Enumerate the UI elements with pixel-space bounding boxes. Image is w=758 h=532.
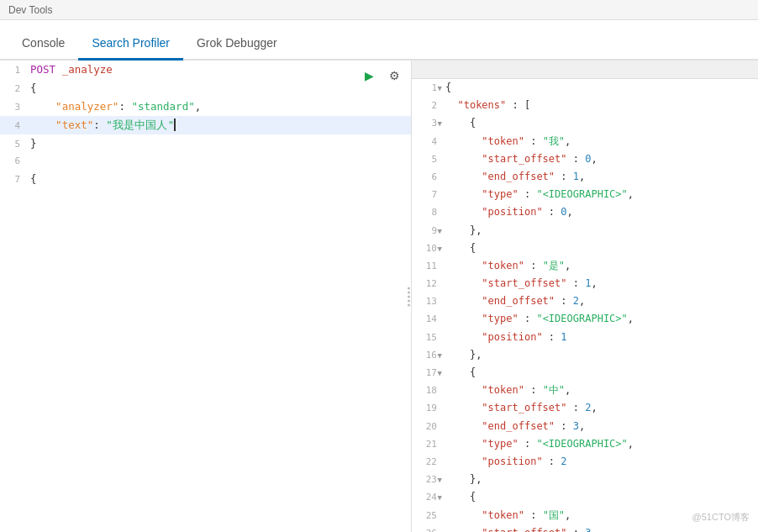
output-line: 15 "position" : 1: [412, 329, 758, 346]
output-line-content: "start_offset" : 3,: [442, 524, 758, 532]
line-content: POST _analyze: [27, 61, 411, 79]
output-line-content: "end_offset" : 1,: [442, 168, 758, 186]
output-line: 23▼ },: [412, 471, 758, 488]
output-line: 3▼ {: [412, 114, 758, 132]
output-line-content: },: [442, 346, 758, 364]
line-number: 5: [0, 136, 27, 152]
output-line: 17▼ {: [412, 364, 758, 382]
editor-line[interactable]: 7{: [0, 170, 411, 188]
tab-search-profiler[interactable]: Search Profiler: [78, 28, 183, 61]
output-line: 9▼ },: [412, 222, 758, 240]
fold-arrow[interactable]: ▼: [438, 492, 442, 503]
output-line-number: 20: [412, 419, 442, 435]
line-number: 4: [0, 118, 27, 134]
editor-line[interactable]: 1POST _analyze: [0, 61, 411, 79]
output-line: 7 "type" : "<IDEOGRAPHIC>",: [412, 186, 758, 203]
tab-grok-debugger[interactable]: Grok Debugger: [183, 28, 291, 61]
drag-dot: [408, 287, 410, 289]
line-number: 1: [0, 62, 27, 78]
output-line: 12 "start_offset" : 1,: [412, 275, 758, 292]
output-line-number: 10▼: [412, 241, 442, 256]
line-content: {: [27, 170, 411, 188]
output-line: 4 "token" : "我",: [412, 133, 758, 150]
output-line-number: 15: [412, 330, 442, 345]
output-line: 11 "token" : "是",: [412, 257, 758, 275]
output-line-number: 1▼: [412, 81, 442, 96]
output-line-number: 26: [412, 526, 442, 532]
output-line-content: "start_offset" : 2,: [442, 399, 758, 417]
line-number: 3: [0, 99, 27, 115]
output-line-number: 16▼: [412, 348, 442, 363]
output-line: 8 "position" : 0,: [412, 203, 758, 221]
drag-dot: [408, 295, 410, 298]
output-line-content: "token" : "是",: [442, 257, 758, 275]
fold-arrow[interactable]: ▼: [438, 118, 442, 129]
line-content: [27, 162, 411, 164]
output-line-number: 11: [412, 259, 442, 274]
drag-dot: [408, 303, 410, 306]
output-line-number: 24▼: [412, 490, 442, 505]
output-line: 1▼{: [412, 79, 758, 97]
output-line-number: 14: [412, 312, 442, 327]
editor-line[interactable]: 2{: [0, 79, 411, 97]
output-line-content: {: [442, 240, 758, 257]
editor-line[interactable]: 4 "text": "我是中国人": [0, 116, 411, 134]
output-line-content: "tokens" : [: [442, 97, 758, 114]
output-line-number: 23▼: [412, 472, 442, 487]
drag-handle[interactable]: [406, 287, 411, 306]
fold-arrow[interactable]: ▼: [438, 367, 442, 379]
line-number: 6: [0, 153, 27, 169]
output-line: 2 "tokens" : [: [412, 97, 758, 114]
line-number: 2: [0, 81, 27, 97]
output-line-content: "type" : "<IDEOGRAPHIC>",: [442, 435, 758, 453]
line-content: "analyzer": "standard",: [27, 97, 411, 116]
output-line-number: 22: [412, 455, 442, 470]
line-content: {: [27, 79, 411, 97]
fold-arrow[interactable]: ▼: [438, 82, 442, 94]
output-line: 16▼ },: [412, 346, 758, 364]
output-code: 1▼{2 "tokens" : [3▼ {4 "token" : "我",5 "…: [412, 79, 758, 532]
output-line: 26 "start_offset" : 3,: [412, 524, 758, 532]
settings-button[interactable]: ⚙: [384, 66, 404, 86]
fold-arrow[interactable]: ▼: [438, 225, 442, 237]
line-number: 7: [0, 171, 27, 187]
editor-line[interactable]: 5}: [0, 134, 411, 153]
editor-line[interactable]: 6: [0, 153, 411, 170]
output-line-content: "position" : 0,: [442, 203, 758, 221]
drag-dot: [408, 299, 410, 302]
tab-console[interactable]: Console: [8, 28, 78, 61]
output-line: 19 "start_offset" : 2,: [412, 399, 758, 417]
output-line-number: 4: [412, 134, 442, 150]
output-line: 20 "end_offset" : 3,: [412, 418, 758, 435]
output-line-content: "position" : 2: [442, 453, 758, 471]
output-line-number: 7: [412, 187, 442, 203]
output-line-content: "end_offset" : 2,: [442, 292, 758, 310]
editor-line[interactable]: 3 "analyzer": "standard",: [0, 97, 411, 116]
fold-arrow[interactable]: ▼: [438, 243, 442, 255]
main-content: ▶ ⚙ 1POST _analyze2{3 "analyzer": "stand…: [0, 61, 758, 532]
watermark: @51CTO博客: [692, 511, 750, 524]
output-line-content: },: [442, 222, 758, 240]
output-line-number: 5: [412, 152, 442, 167]
left-panel: ▶ ⚙ 1POST _analyze2{3 "analyzer": "stand…: [0, 61, 412, 532]
output-line-number: 21: [412, 437, 442, 452]
fold-arrow[interactable]: ▼: [438, 350, 442, 361]
output-line-content: },: [442, 471, 758, 488]
run-button[interactable]: ▶: [359, 66, 379, 86]
output-line-number: 8: [412, 205, 442, 220]
output-line: 22 "position" : 2: [412, 453, 758, 471]
tab-bar: Console Search Profiler Grok Debugger: [0, 20, 758, 61]
code-editor[interactable]: 1POST _analyze2{3 "analyzer": "standard"…: [0, 61, 411, 532]
line-content: }: [27, 134, 411, 153]
output-line-content: {: [442, 488, 758, 506]
fold-arrow[interactable]: ▼: [438, 474, 442, 486]
right-panel: 1▼{2 "tokens" : [3▼ {4 "token" : "我",5 "…: [412, 61, 758, 532]
output-line: 5 "start_offset" : 0,: [412, 150, 758, 168]
drag-dot: [408, 291, 410, 293]
output-line-number: 18: [412, 383, 442, 398]
output-line-content: {: [442, 79, 758, 97]
output-line-number: 6: [412, 170, 442, 185]
output-line-content: {: [442, 114, 758, 132]
title-bar: Dev Tools: [0, 0, 758, 20]
output-line: 10▼ {: [412, 240, 758, 257]
